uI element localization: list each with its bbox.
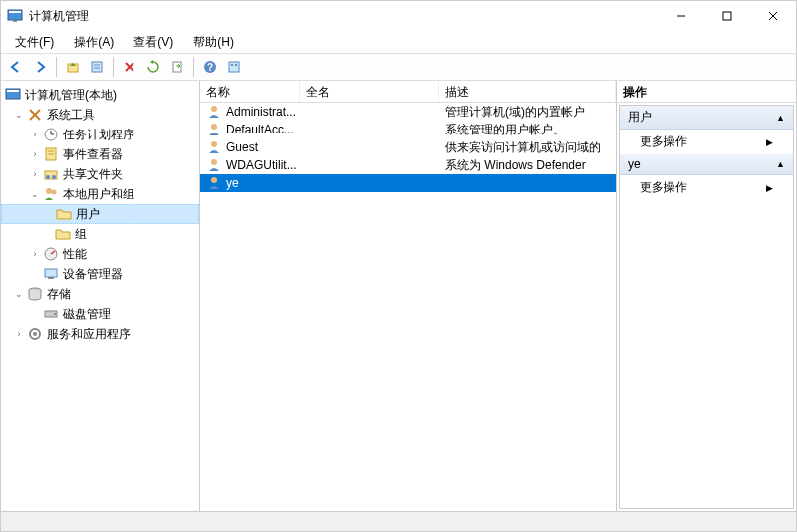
folder-icon	[56, 206, 72, 222]
tree-users[interactable]: 用户	[1, 204, 199, 224]
options-button[interactable]	[223, 56, 245, 78]
user-name: ye	[226, 176, 239, 190]
svg-rect-2	[13, 20, 17, 22]
svg-point-30	[46, 188, 52, 194]
shared-icon	[43, 166, 59, 182]
svg-point-28	[46, 175, 50, 179]
svg-text:?: ?	[207, 62, 213, 73]
cell-name: Guest	[200, 139, 300, 155]
list-row[interactable]: Administrat...管理计算机(域)的内置帐户	[200, 103, 616, 121]
svg-rect-13	[173, 62, 181, 72]
tree-localusers[interactable]: ⌄ 本地用户和组	[1, 184, 199, 204]
user-icon	[206, 139, 222, 155]
tree-devmgr[interactable]: 设备管理器	[1, 264, 199, 284]
svg-point-44	[211, 177, 217, 183]
minimize-button[interactable]	[659, 1, 704, 31]
expand-icon[interactable]: ›	[29, 149, 41, 159]
submenu-icon: ▶	[766, 137, 773, 147]
user-icon	[206, 122, 222, 137]
tree-pane[interactable]: 计算机管理(本地) ⌄ 系统工具 › 任务计划程序 › 事件查看器 › 共享文件…	[1, 81, 200, 511]
action-section-ye[interactable]: ye ▲	[620, 154, 793, 175]
collapse-icon[interactable]: ⌄	[13, 110, 25, 120]
collapse-icon[interactable]: ⌄	[29, 189, 41, 199]
action-more-1[interactable]: 更多操作 ▶	[620, 130, 793, 154]
disk-icon	[43, 306, 59, 322]
svg-rect-17	[231, 64, 233, 66]
tree-storage[interactable]: ⌄ 存储	[1, 284, 199, 304]
cell-desc: 供来宾访问计算机或访问域的	[439, 139, 616, 156]
user-icon	[206, 175, 222, 191]
list-header: 名称 全名 描述	[200, 81, 616, 103]
device-icon	[43, 266, 59, 282]
expand-icon[interactable]: ›	[29, 130, 41, 139]
list-pane: 名称 全名 描述 Administrat...管理计算机(域)的内置帐户Defa…	[200, 81, 617, 511]
actions-pane: 操作 用户 ▲ 更多操作 ▶ ye ▲ 更多操作 ▶	[617, 81, 796, 511]
tree-label: 本地用户和组	[63, 186, 134, 203]
action-section-users[interactable]: 用户 ▲	[620, 106, 793, 130]
list-row[interactable]: ye	[200, 174, 616, 192]
separator	[113, 57, 114, 77]
col-name[interactable]: 名称	[200, 81, 300, 102]
close-button[interactable]	[750, 1, 796, 31]
menu-action[interactable]: 操作(A)	[66, 32, 122, 53]
menu-help[interactable]: 帮助(H)	[185, 32, 242, 53]
user-name: Guest	[226, 140, 258, 154]
users-icon	[43, 186, 59, 202]
tree-eventviewer[interactable]: › 事件查看器	[1, 144, 199, 164]
expand-icon[interactable]: ›	[29, 169, 41, 179]
help-button[interactable]: ?	[199, 56, 221, 78]
svg-point-37	[54, 313, 56, 315]
svg-point-43	[211, 159, 217, 165]
user-name: WDAGUtilit...	[226, 158, 297, 172]
user-name: Administrat...	[226, 105, 296, 119]
expand-icon[interactable]: ›	[13, 329, 25, 339]
action-label: 更多操作	[640, 179, 687, 196]
user-icon	[206, 157, 222, 173]
separator	[193, 57, 194, 77]
tree-disk[interactable]: 磁盘管理	[1, 304, 199, 324]
tree-scheduler[interactable]: › 任务计划程序	[1, 125, 199, 144]
col-desc[interactable]: 描述	[439, 81, 616, 102]
refresh-button[interactable]	[142, 56, 164, 78]
tree-shared[interactable]: › 共享文件夹	[1, 164, 199, 184]
toolbar: ?	[1, 53, 796, 81]
tree-systools[interactable]: ⌄ 系统工具	[1, 105, 199, 125]
tree-label: 系统工具	[47, 107, 95, 124]
actions-header: 操作	[617, 81, 796, 103]
tree-perf[interactable]: › 性能	[1, 244, 199, 264]
cell-name: Administrat...	[200, 104, 300, 120]
list-body[interactable]: Administrat...管理计算机(域)的内置帐户DefaultAcc...…	[200, 103, 616, 511]
menu-file[interactable]: 文件(F)	[7, 32, 62, 53]
properties-button[interactable]	[86, 56, 108, 78]
col-fullname[interactable]: 全名	[300, 81, 439, 102]
svg-point-29	[52, 175, 56, 179]
collapse-icon: ▲	[776, 113, 785, 123]
svg-rect-1	[9, 11, 21, 13]
tree-label: 任务计划程序	[63, 127, 134, 143]
submenu-icon: ▶	[766, 183, 773, 193]
back-button[interactable]	[5, 56, 27, 78]
tree-services[interactable]: › 服务和应用程序	[1, 324, 199, 344]
svg-point-41	[211, 124, 217, 130]
action-more-2[interactable]: 更多操作 ▶	[620, 175, 793, 200]
forward-button[interactable]	[29, 56, 51, 78]
list-row[interactable]: Guest供来宾访问计算机或访问域的	[200, 138, 616, 156]
svg-point-42	[211, 141, 217, 147]
svg-rect-20	[7, 90, 19, 92]
tools-icon	[27, 107, 43, 123]
tree-groups[interactable]: 组	[1, 224, 199, 244]
menu-view[interactable]: 查看(V)	[126, 32, 181, 53]
collapse-icon[interactable]: ⌄	[13, 289, 25, 299]
maximize-button[interactable]	[704, 1, 750, 31]
tree-label: 组	[75, 226, 87, 243]
cell-name: WDAGUtilit...	[200, 157, 300, 173]
list-row[interactable]: WDAGUtilit...系统为 Windows Defender	[200, 156, 616, 174]
export-button[interactable]	[166, 56, 188, 78]
delete-button[interactable]	[119, 56, 140, 78]
expand-icon[interactable]: ›	[29, 249, 41, 259]
user-icon	[206, 104, 222, 120]
list-row[interactable]: DefaultAcc...系统管理的用户帐户。	[200, 121, 616, 138]
tree-root[interactable]: 计算机管理(本地)	[1, 85, 199, 105]
folder-icon	[55, 226, 71, 242]
up-button[interactable]	[62, 56, 84, 78]
